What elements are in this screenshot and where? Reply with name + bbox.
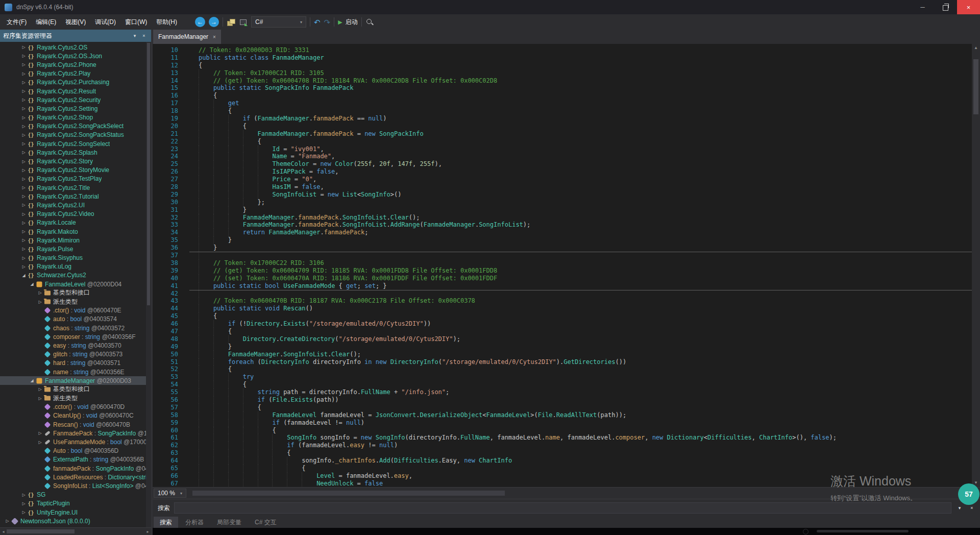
back-button[interactable]: ← <box>195 17 205 27</box>
tree-item[interactable]: .cctor() : void @0600470D <box>0 403 151 411</box>
expander-icon[interactable]: ▷ <box>20 493 27 497</box>
scroll-up-icon[interactable]: ▲ <box>972 44 980 52</box>
expander-icon[interactable]: ▷ <box>20 168 27 173</box>
expander-icon[interactable]: ▷ <box>20 71 27 76</box>
bottom-tab[interactable]: 局部变量 <box>211 517 248 528</box>
expander-icon[interactable]: ▷ <box>20 80 27 85</box>
expander-icon[interactable]: ▷ <box>20 510 27 515</box>
expander-icon[interactable]: ▷ <box>37 396 43 401</box>
tree-horizontal-scrollbar[interactable]: ◂ ▸ <box>0 527 151 535</box>
expander-icon[interactable]: ▷ <box>20 150 27 155</box>
tree-item[interactable]: ▷Rayark.Cytus2.Shop <box>0 113 151 122</box>
tree-item[interactable]: ◢Schwarzer.Cytus2 <box>0 271 151 280</box>
scrollbar-thumb[interactable] <box>147 43 150 305</box>
tree-item[interactable]: ▷Rayark.Cytus2.SongPackSelect <box>0 122 151 131</box>
open-file-icon[interactable] <box>227 18 235 27</box>
expander-icon[interactable]: ▷ <box>20 89 27 93</box>
tree-item[interactable]: ▷Rayark.Cytus2.Video <box>0 210 151 218</box>
expander-icon[interactable]: ▷ <box>20 203 27 207</box>
expander-icon[interactable]: ▷ <box>4 519 11 523</box>
tree-item[interactable]: ▷Rayark.Cytus2.Purchasing <box>0 78 151 87</box>
expander-icon[interactable]: ▷ <box>37 387 43 392</box>
tree-item[interactable]: ▷TapticPlugin <box>0 499 151 508</box>
scrollbar-thumb[interactable] <box>192 491 505 496</box>
float-window-icon[interactable] <box>239 18 248 27</box>
tree-item[interactable]: Rescan() : void @0600470B <box>0 420 151 429</box>
tree-item[interactable]: ▷Rayark.Pulse <box>0 245 151 253</box>
tree-item[interactable]: fanmadePack : SongPackInfo @0400356C <box>0 464 151 473</box>
tree-item[interactable]: .ctor() : void @0600470E <box>0 306 151 315</box>
tree-item[interactable]: ▷Rayark.Cytus2.Security <box>0 95 151 104</box>
tree-item[interactable]: chaos : string @04003572 <box>0 324 151 332</box>
tab-fanmademanager[interactable]: FanmadeManager × <box>153 30 221 44</box>
language-combobox[interactable]: C# ▾ <box>251 16 306 28</box>
expander-icon[interactable]: ▷ <box>20 141 27 146</box>
tree-item[interactable]: hard : string @04003571 <box>0 359 151 368</box>
tree-vertical-scrollbar[interactable] <box>146 42 151 527</box>
tree-item[interactable]: ▷Rayark.uLog <box>0 262 151 271</box>
menu-item[interactable]: 帮助(H) <box>152 18 182 27</box>
expander-icon[interactable]: ▷ <box>20 247 27 251</box>
expander-icon[interactable]: ▷ <box>20 62 27 67</box>
redo-button[interactable]: ↷ <box>324 18 331 26</box>
tree-item[interactable]: ▷SG <box>0 491 151 499</box>
tree-item[interactable]: ▷Rayark.Cytus2.OS.Json <box>0 52 151 60</box>
tree-item[interactable]: ▷派生类型 <box>0 297 151 306</box>
restore-button[interactable] <box>934 0 957 14</box>
tree-item[interactable]: ▷Rayark.Cytus2.Phone <box>0 60 151 69</box>
tree-item[interactable]: ▷Newtonsoft.Json (8.0.0.0) <box>0 517 151 525</box>
tree-item[interactable]: ▷UseFanmadeMode : bool @17000C22 <box>0 437 151 446</box>
scrollbar-thumb[interactable] <box>973 59 978 114</box>
tree-item[interactable]: glitch : string @04003573 <box>0 350 151 359</box>
tree-item[interactable]: ▷Rayark.Cytus2.Splash <box>0 148 151 157</box>
scroll-right-icon[interactable]: ▸ <box>144 529 151 534</box>
tree-item[interactable]: ▷FanmadePack : SongPackInfo @17000C21 <box>0 429 151 437</box>
tree-item[interactable]: LoadedResources : Dictionary<string, Obj… <box>0 473 151 481</box>
expander-icon[interactable]: ▷ <box>20 159 27 164</box>
search-input[interactable] <box>174 502 951 514</box>
expander-icon[interactable]: ◢ <box>29 282 35 286</box>
bottom-tab[interactable]: C# 交互 <box>249 517 283 528</box>
tree-item[interactable]: ▷Rayark.Cytus2.Result <box>0 87 151 95</box>
expander-icon[interactable]: ▷ <box>37 431 43 435</box>
tree-item[interactable]: ▷Rayark.Cytus2.OS <box>0 43 151 52</box>
undo-button[interactable]: ↶ <box>314 18 321 26</box>
bottom-tab[interactable]: 分析器 <box>179 517 210 528</box>
expander-icon[interactable]: ▷ <box>20 54 27 58</box>
minimize-button[interactable]: ─ <box>911 0 934 14</box>
expander-icon[interactable]: ▷ <box>20 264 27 269</box>
expander-icon[interactable]: ▷ <box>20 185 27 190</box>
expander-icon[interactable]: ▷ <box>37 290 43 295</box>
close-icon[interactable]: × <box>968 504 976 512</box>
expander-icon[interactable]: ▷ <box>20 229 27 234</box>
tree-item[interactable]: ▷Rayark.Cytus2.StoryMovie <box>0 166 151 175</box>
tree-item[interactable]: ▷Rayark.Cytus2.UI <box>0 201 151 209</box>
code-editor[interactable]: 10// Token: 0x02000D03 RID: 333111public… <box>153 44 980 487</box>
close-icon[interactable]: × <box>140 32 148 40</box>
zoom-combobox[interactable]: 100 % ▾ <box>154 489 186 498</box>
expander-icon[interactable]: ▷ <box>20 124 27 129</box>
menu-item[interactable]: 文件(F) <box>2 18 31 27</box>
tree-item[interactable]: ◢FanmadeLevel @02000D04 <box>0 280 151 288</box>
tree-item[interactable]: ▷基类型和接口 <box>0 385 151 394</box>
tree-item[interactable]: SongInfoList : List<SongInfo> @04003568 <box>0 481 151 490</box>
tree-item[interactable]: ▷Rayark.Cytus2.SongPackStatus <box>0 131 151 139</box>
expander-icon[interactable]: ▷ <box>20 45 27 50</box>
tree-item[interactable]: ▷Rayark.Cytus2.Setting <box>0 104 151 113</box>
expander-icon[interactable]: ▷ <box>20 256 27 260</box>
close-icon[interactable]: × <box>213 34 216 40</box>
expander-icon[interactable]: ▷ <box>20 501 27 506</box>
expander-icon[interactable]: ▷ <box>20 98 27 102</box>
tree-item[interactable]: ▷Rayark.Cytus2.Tutorial <box>0 192 151 201</box>
expander-icon[interactable]: ◢ <box>29 378 35 383</box>
tree-item[interactable]: ▷Rayark.Cytus2.SongSelect <box>0 139 151 148</box>
tree-item[interactable]: CleanUp() : void @0600470C <box>0 411 151 420</box>
close-button[interactable]: × <box>957 0 980 14</box>
menu-item[interactable]: 编辑(E) <box>31 18 61 27</box>
scroll-left-icon[interactable]: ◂ <box>0 529 7 534</box>
tree-item[interactable]: ▷Rayark.Mimiron <box>0 236 151 245</box>
menu-item[interactable]: 视图(V) <box>61 18 90 27</box>
expander-icon[interactable]: ▷ <box>37 440 43 445</box>
tree-item[interactable]: auto : bool @04003574 <box>0 315 151 324</box>
editor-vertical-scrollbar[interactable]: ▲ ▼ <box>972 44 980 487</box>
